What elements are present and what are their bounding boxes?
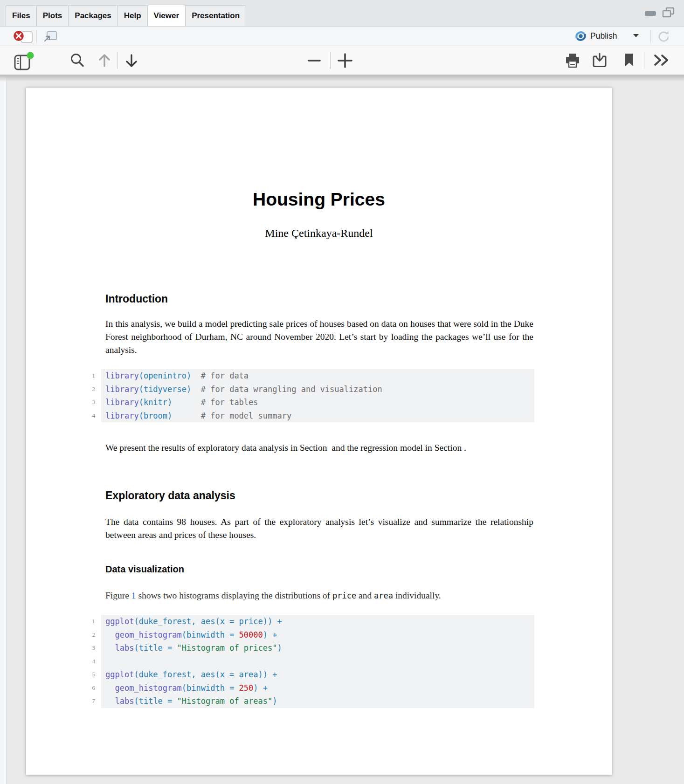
refresh-button[interactable] [656, 29, 671, 44]
text-token [172, 411, 200, 420]
heading-dataviz: Data visualization [105, 564, 184, 575]
search-button[interactable] [69, 52, 86, 69]
text-token: library [105, 371, 139, 380]
pane-gutter [0, 75, 7, 784]
text-token: (duke_forest, aes(x = price)) + [134, 617, 282, 626]
text-token: shows two histograms displaying the dist… [136, 591, 332, 600]
popout-icon [43, 30, 58, 43]
sidebar-toggle-button[interactable] [13, 51, 35, 71]
code-line-content [101, 655, 534, 668]
text-token: area [374, 591, 393, 600]
print-icon [564, 52, 581, 69]
pdf-viewer: Housing Prices Mine Çetinkaya-Rundel Int… [0, 75, 684, 784]
paragraph-sections: We present the results of exploratory da… [105, 441, 533, 454]
minimize-icon[interactable] [644, 8, 657, 19]
publish-label: Publish [590, 31, 617, 41]
previous-page-button[interactable] [96, 52, 113, 69]
line-number: 1 [73, 369, 95, 383]
code-block-libraries: 1library(openintro) # for data2library(t… [73, 369, 534, 422]
document-title: Housing Prices [26, 189, 612, 210]
text-token: (binwidth = [182, 630, 239, 640]
zoom-out-button[interactable] [306, 54, 323, 68]
document-author: Mine Çetinkaya-Rundel [26, 227, 612, 240]
text-token: # for data wrangling and visualization [201, 385, 382, 394]
download-button[interactable] [591, 52, 608, 69]
text-token: (title = [134, 696, 177, 706]
code-line-content: library(tidyverse) # for data wrangling … [101, 383, 534, 396]
more-tools-button[interactable] [652, 53, 671, 68]
bookmark-icon [624, 53, 635, 68]
text-token: ) + [263, 630, 277, 640]
text-token: (tidyverse) [139, 385, 192, 394]
code-line: 7 labs(title = "Histogram of areas") [73, 695, 534, 708]
code-line: 2 geom_histogram(binwidth = 50000) + [73, 628, 534, 642]
tab-list: Files Plots Packages Help Viewer Present… [6, 5, 246, 26]
figure-ref-link[interactable]: 1 [131, 591, 136, 600]
text-token: library [105, 398, 139, 407]
code-line-content: labs(title = "Histogram of areas") [101, 695, 534, 708]
text-token: "Histogram of prices" [177, 643, 277, 653]
tab-presentation[interactable]: Presentation [185, 5, 246, 26]
line-number: 2 [73, 383, 95, 396]
line-number: 7 [73, 695, 95, 708]
text-token [105, 696, 115, 706]
zoom-in-icon [336, 51, 354, 70]
text-token: ) + [253, 683, 268, 693]
popout-button[interactable] [43, 30, 58, 43]
refresh-icon [656, 29, 671, 44]
line-number: 2 [73, 628, 95, 642]
code-line-content: library(knitr) # for tables [101, 396, 534, 409]
text-token: 250 [239, 683, 254, 693]
arrow-up-icon [96, 52, 113, 69]
text-token: labs [115, 643, 134, 653]
code-line: 3 labs(title = "Histogram of prices") [73, 641, 534, 655]
text-token: and [356, 591, 374, 600]
tab-plots[interactable]: Plots [36, 5, 69, 26]
bookmark-button[interactable] [624, 53, 635, 68]
publish-button[interactable]: Publish [574, 30, 617, 42]
print-button[interactable] [564, 52, 581, 69]
text-token: 50000 [239, 630, 263, 640]
stop-button[interactable] [12, 29, 36, 44]
text-token: price [332, 591, 356, 600]
code-line-content: ggplot(duke_forest, aes(x = price)) + [101, 615, 534, 628]
code-line-content: geom_histogram(binwidth = 250) + [101, 681, 534, 695]
text-token [191, 385, 200, 394]
text-token: ) [272, 696, 277, 706]
pdf-page: Housing Prices Mine Çetinkaya-Rundel Int… [26, 88, 612, 775]
line-number: 3 [73, 396, 95, 409]
publish-icon [574, 30, 587, 42]
code-line: 2library(tidyverse) # for data wrangling… [73, 383, 534, 396]
pane-tab-bar: Files Plots Packages Help Viewer Present… [0, 0, 684, 27]
text-token: (binwidth = [182, 683, 239, 693]
text-token: ggplot [105, 670, 134, 679]
code-line-content: labs(title = "Histogram of prices") [101, 641, 534, 655]
text-token: (duke_forest, aes(x = area)) + [134, 670, 277, 679]
tab-packages[interactable]: Packages [68, 5, 117, 26]
rstudio-viewer-pane: Files Plots Packages Help Viewer Present… [0, 0, 684, 784]
heading-eda: Exploratory data analysis [105, 489, 235, 502]
heading-introduction: Introduction [105, 293, 168, 305]
code-line-content: library(openintro) # for data [101, 369, 534, 383]
tab-help[interactable]: Help [117, 5, 148, 26]
publish-menu-button[interactable] [633, 34, 639, 37]
line-number: 1 [73, 615, 95, 628]
text-token: individually. [393, 591, 441, 600]
tab-files[interactable]: Files [6, 5, 37, 26]
tab-viewer[interactable]: Viewer [147, 5, 186, 26]
text-token: # for model summary [201, 411, 291, 420]
text-token [105, 643, 115, 653]
text-token: ggplot [105, 617, 134, 626]
code-line: 1library(openintro) # for data [73, 369, 534, 383]
zoom-in-button[interactable] [336, 51, 354, 70]
maximize-icon[interactable] [661, 7, 676, 21]
next-page-button[interactable] [123, 52, 140, 69]
text-token: geom_histogram [115, 683, 181, 693]
caret-down-icon [633, 34, 639, 37]
line-number: 5 [73, 668, 95, 681]
paragraph-eda: The data contains 98 houses. As part of … [105, 516, 533, 542]
code-line: 4 [73, 655, 534, 668]
code-line: 3library(knitr) # for tables [73, 396, 534, 409]
text-token: # for data [201, 371, 249, 380]
text-token [172, 398, 200, 407]
